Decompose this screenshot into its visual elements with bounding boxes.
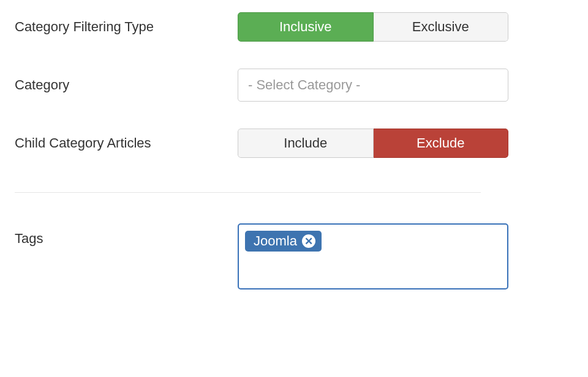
btn-exclude[interactable]: Exclude [374, 129, 509, 158]
row-tags: Tags Joomla ✕ [15, 223, 573, 289]
row-child-category-articles: Child Category Articles Include Exclude [15, 129, 573, 158]
btn-exclusive[interactable]: Exclusive [374, 12, 509, 42]
label-tags: Tags [15, 223, 238, 247]
section-divider [15, 192, 481, 193]
tag-label: Joomla [254, 233, 297, 249]
row-category: Category - Select Category - [15, 69, 573, 102]
tags-input[interactable]: Joomla ✕ [238, 223, 508, 289]
label-child-category-articles: Child Category Articles [15, 135, 238, 151]
toggle-child-category-articles: Include Exclude [238, 129, 508, 158]
label-category-filtering-type: Category Filtering Type [15, 19, 238, 35]
select-category[interactable]: - Select Category - [238, 69, 508, 102]
row-category-filtering-type: Category Filtering Type Inclusive Exclus… [15, 12, 573, 42]
btn-include[interactable]: Include [238, 129, 374, 158]
label-category: Category [15, 77, 238, 93]
remove-tag-icon[interactable]: ✕ [302, 234, 315, 248]
btn-inclusive[interactable]: Inclusive [238, 12, 374, 42]
tag-chip: Joomla ✕ [245, 231, 322, 252]
toggle-category-filtering-type: Inclusive Exclusive [238, 12, 508, 42]
